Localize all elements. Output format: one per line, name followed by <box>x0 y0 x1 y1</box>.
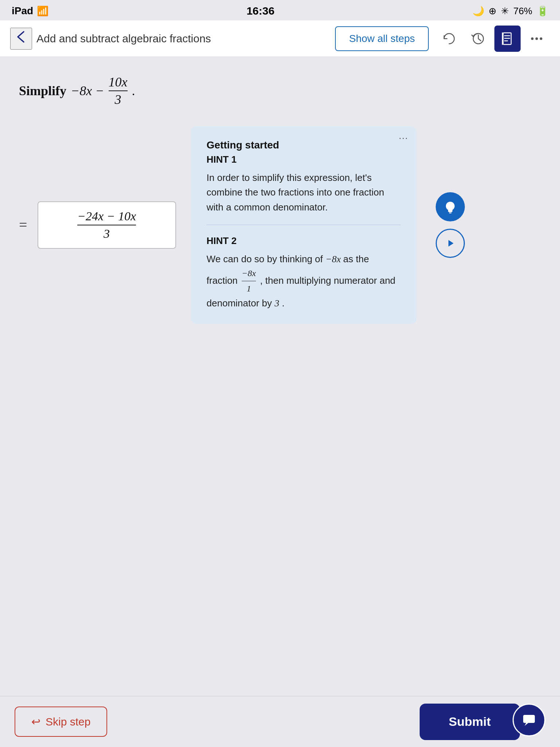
play-button[interactable] <box>436 229 465 258</box>
hint2-frac-den: 1 <box>246 281 251 295</box>
equals-sign: = <box>19 216 27 233</box>
skip-icon: ↩ <box>31 715 40 728</box>
hint-divider <box>207 225 401 225</box>
moon-icon: 🌙 <box>472 5 484 17</box>
problem-fraction-num: 10x <box>109 74 128 91</box>
hint2-multiplier: 3 <box>275 298 279 309</box>
problem-period: . <box>132 83 135 98</box>
problem-fraction: 10x 3 <box>109 74 128 107</box>
work-row: = −24x − 10x 3 ⋯ Getting started HINT 1 … <box>19 126 541 324</box>
answer-box: = −24x − 10x 3 <box>19 201 176 249</box>
side-actions <box>436 192 465 258</box>
chat-bubble-button[interactable] <box>513 704 545 736</box>
svg-point-8 <box>540 37 542 40</box>
hint2-period: . <box>282 298 284 309</box>
problem-statement: Simplify −8x − 10x 3 . <box>19 74 541 107</box>
wifi-icon: 📶 <box>37 5 48 17</box>
answer-fraction-num: −24x − 10x <box>77 209 136 225</box>
status-right: 🌙 ⊕ ✳ 76% 🔋 <box>472 5 548 17</box>
hint1-text: In order to simplify this expression, le… <box>207 170 401 214</box>
battery-label: 76% <box>513 5 532 17</box>
hint-card: ⋯ Getting started HINT 1 In order to sim… <box>191 126 417 324</box>
hint-section-title: Getting started <box>207 139 401 151</box>
expression-part1: −8x − <box>71 83 104 98</box>
svg-rect-12 <box>523 715 535 723</box>
svg-marker-13 <box>525 723 528 726</box>
hint2-pre: We can do so by thinking of <box>207 253 323 264</box>
battery-icon: 🔋 <box>537 5 548 17</box>
back-arrow-icon <box>14 30 28 47</box>
hint1-label: HINT 1 <box>207 154 401 165</box>
hint2-text: We can do so by thinking of −8x as the f… <box>207 252 401 311</box>
show-all-steps-button[interactable]: Show all steps <box>335 26 429 51</box>
history-button[interactable] <box>465 26 491 52</box>
problem-fraction-den: 3 <box>115 91 121 107</box>
notebook-button[interactable] <box>494 26 521 52</box>
status-left: iPad 📶 <box>12 5 48 17</box>
refresh-button[interactable] <box>436 26 462 52</box>
submit-button[interactable]: Submit <box>420 704 520 740</box>
bottom-bar: ↩ Skip step Submit <box>0 696 560 747</box>
simplify-label: Simplify <box>19 83 66 98</box>
toolbar-title: Add and subtract algebraic fractions <box>36 32 335 45</box>
svg-marker-11 <box>448 240 454 247</box>
time-display: 16:36 <box>246 5 275 17</box>
answer-fraction: −24x − 10x 3 <box>77 209 136 241</box>
toolbar: Add and subtract algebraic fractions Sho… <box>0 20 560 57</box>
skip-step-button[interactable]: ↩ Skip step <box>15 707 107 737</box>
hint2-fraction: −8x 1 <box>242 267 256 295</box>
more-button[interactable] <box>524 26 550 52</box>
hint2-frac-num: −8x <box>242 267 256 281</box>
settings-icon: ⊕ <box>489 5 497 17</box>
ipad-label: iPad <box>12 5 33 17</box>
skip-label: Skip step <box>46 716 90 728</box>
bluetooth-icon: ✳ <box>501 5 509 17</box>
hint2-term: −8x <box>326 254 343 264</box>
toolbar-icons <box>436 26 550 52</box>
svg-point-7 <box>536 37 538 40</box>
svg-point-6 <box>531 37 534 40</box>
main-content: Simplify −8x − 10x 3 . = −24x − 10x 3 ⋯ … <box>0 57 560 747</box>
answer-input-box[interactable]: −24x − 10x 3 <box>38 201 176 249</box>
hint2-label: HINT 2 <box>207 235 401 247</box>
back-button[interactable] <box>10 28 32 50</box>
answer-fraction-den: 3 <box>104 225 110 241</box>
status-bar: iPad 📶 16:36 🌙 ⊕ ✳ 76% 🔋 <box>0 0 560 20</box>
lightbulb-button[interactable] <box>436 192 465 221</box>
submit-area: Submit <box>420 704 545 740</box>
hint-card-menu-icon[interactable]: ⋯ <box>398 133 409 144</box>
